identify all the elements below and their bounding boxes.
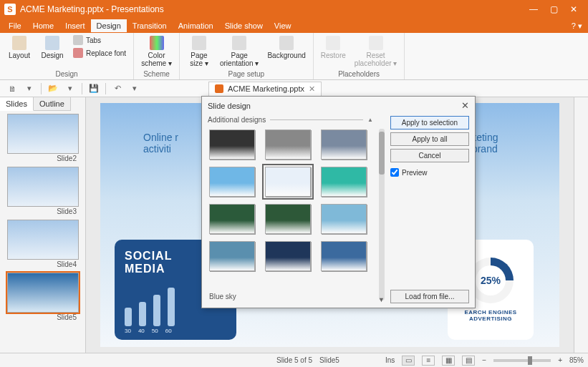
dropdown-icon[interactable]: ▾ — [127, 82, 143, 96]
dropdown-icon[interactable]: ▾ — [62, 82, 78, 96]
title-bar: S ACME Marketing.pptx - Presentations — … — [0, 0, 588, 19]
save-icon[interactable]: 💾 — [86, 82, 102, 96]
layout-button[interactable]: Layout — [4, 34, 34, 61]
menu-insert[interactable]: Insert — [59, 19, 91, 32]
color-scheme-button[interactable]: Color scheme ▾ — [138, 34, 175, 69]
minimize-button[interactable]: — — [524, 0, 544, 19]
zoom-out-button[interactable]: − — [482, 356, 486, 364]
design-thumbnail[interactable] — [265, 204, 311, 234]
design-thumbnail[interactable] — [265, 129, 311, 160]
gallery-scrollbar[interactable]: ▼ — [379, 129, 385, 300]
ribbon-group-design: Layout Design Tabs Replace font Design — [0, 33, 134, 79]
design-thumbnail[interactable] — [321, 129, 367, 160]
close-window-button[interactable]: ✕ — [564, 0, 584, 19]
slide-thumb[interactable]: Slide3 — [3, 167, 82, 215]
tab-outline[interactable]: Outline — [34, 97, 71, 111]
design-gallery — [208, 127, 373, 290]
slide-panel: Slides Outline Slide2 Slide3 Slide4 Slid… — [0, 97, 86, 353]
restore-button: Restore — [318, 34, 349, 61]
design-thumbnail[interactable] — [209, 204, 255, 234]
load-from-file-button[interactable]: Load from file... — [390, 290, 469, 303]
dialog-close-icon[interactable]: ✕ — [461, 100, 469, 111]
slide-thumb[interactable]: Slide5 — [3, 273, 82, 321]
status-bar: Slide 5 of 5 Slide5 Ins ▭ ≡ ▦ ▤ − + 85% — [0, 353, 588, 367]
menu-view[interactable]: View — [269, 19, 297, 32]
slide-label: Slide5 — [319, 356, 339, 364]
dropdown-icon[interactable]: ▾ — [21, 82, 37, 96]
design-thumbnail[interactable] — [209, 167, 255, 197]
ribbon-group-placeholders: Restore Reset placeholder ▾ Placeholders — [314, 33, 405, 79]
apply-to-selection-button[interactable]: Apply to selection — [390, 116, 469, 129]
view-normal-icon[interactable]: ▭ — [402, 356, 415, 366]
canvas-scrollbar[interactable] — [574, 97, 588, 353]
undo-icon[interactable]: ↶ — [110, 82, 125, 96]
design-button[interactable]: Design — [37, 34, 67, 61]
open-icon[interactable]: 📂 — [45, 82, 61, 96]
slide-design-dialog: Slide design ✕ Additional designs ▲ Blue… — [201, 96, 476, 308]
design-thumbnail[interactable] — [209, 129, 255, 160]
window-title: ACME Marketing.pptx - Presentations — [20, 4, 164, 14]
design-thumbnail[interactable] — [321, 204, 367, 234]
collapse-section-icon[interactable]: ▲ — [367, 117, 373, 123]
ribbon-group-page-setup: Page size ▾ Page orientation ▾ Backgroun… — [180, 33, 314, 79]
zoom-level[interactable]: 85% — [569, 356, 584, 364]
menu-slideshow[interactable]: Slide show — [219, 19, 269, 32]
view-sorter-icon[interactable]: ▦ — [442, 356, 455, 366]
preview-checkbox[interactable]: Preview — [390, 168, 469, 177]
menu-animation[interactable]: Animation — [173, 19, 219, 32]
page-size-button[interactable]: Page size ▾ — [184, 34, 214, 69]
ribbon-group-label: Placeholders — [318, 69, 400, 79]
ribbon-group-label: Page setup — [184, 69, 309, 79]
design-thumbnail[interactable] — [265, 167, 311, 197]
insert-mode: Ins — [385, 356, 395, 364]
menu-home[interactable]: Home — [27, 19, 59, 32]
menu-transition[interactable]: Transition — [127, 19, 173, 32]
menu-file[interactable]: File — [3, 19, 27, 32]
design-thumbnail[interactable] — [209, 241, 255, 271]
maximize-button[interactable]: ▢ — [544, 0, 564, 19]
ribbon: Layout Design Tabs Replace font Design C… — [0, 33, 588, 80]
close-tab-icon[interactable]: ✕ — [309, 84, 315, 94]
view-slideshow-icon[interactable]: ▤ — [462, 356, 475, 366]
apply-to-all-button[interactable]: Apply to all — [390, 132, 469, 146]
dialog-title: Slide design — [208, 102, 251, 110]
zoom-slider[interactable] — [493, 359, 551, 362]
presentation-icon — [215, 84, 223, 93]
page-orientation-button[interactable]: Page orientation ▾ — [217, 34, 261, 69]
thumbnail-list[interactable]: Slide2 Slide3 Slide4 Slide5 — [0, 111, 85, 353]
ribbon-group-label: Design — [4, 69, 129, 79]
reset-placeholder-button: Reset placeholder ▾ — [352, 34, 400, 69]
page-indicator: Slide 5 of 5 — [276, 356, 312, 364]
menu-design[interactable]: Design — [91, 19, 127, 32]
selected-design-name: Blue sky — [208, 290, 373, 303]
design-thumbnail[interactable] — [265, 241, 311, 271]
quick-access-toolbar: 🗎 ▾ 📂 ▾ 💾 ↶ ▾ ACME Marketing.pptx ✕ — [0, 80, 588, 97]
tabs-button[interactable]: Tabs — [70, 34, 129, 46]
menu-bar: File Home Insert Design Transition Anima… — [0, 19, 588, 33]
ribbon-group-label: Scheme — [138, 69, 175, 79]
view-outline-icon[interactable]: ≡ — [422, 356, 435, 366]
help-button[interactable]: ? ▾ — [566, 19, 588, 33]
app-icon: S — [4, 4, 16, 15]
replace-font-button[interactable]: Replace font — [70, 47, 129, 59]
slide-thumb[interactable]: Slide2 — [3, 114, 82, 162]
tab-slides[interactable]: Slides — [0, 97, 34, 111]
slide-thumb[interactable]: Slide4 — [3, 220, 82, 268]
background-button[interactable]: Background — [264, 34, 308, 61]
design-thumbnail[interactable] — [321, 167, 367, 197]
cancel-button[interactable]: Cancel — [390, 149, 469, 162]
ribbon-group-scheme: Color scheme ▾ Scheme — [134, 33, 180, 79]
document-tab[interactable]: ACME Marketing.pptx ✕ — [208, 82, 322, 96]
scroll-down-icon[interactable]: ▼ — [378, 296, 385, 303]
design-thumbnail[interactable] — [321, 241, 367, 271]
new-file-icon[interactable]: 🗎 — [4, 82, 20, 96]
zoom-in-button[interactable]: + — [558, 356, 562, 364]
document-tab-label: ACME Marketing.pptx — [228, 84, 304, 93]
preview-checkbox-input[interactable] — [390, 168, 399, 177]
section-label: Additional designs — [208, 116, 266, 124]
